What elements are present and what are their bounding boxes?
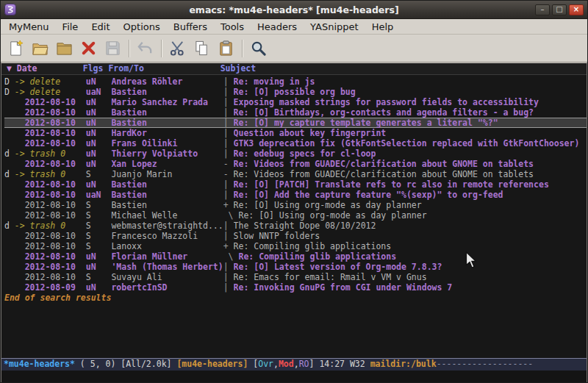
from-cell: robertcInSD xyxy=(111,282,223,293)
mark-char xyxy=(4,262,15,272)
modeline-segment: , xyxy=(294,359,299,371)
date-cell: 2012-08-10 xyxy=(15,128,86,138)
copy-button[interactable] xyxy=(190,37,214,60)
modeline-position: ( 5, 0) xyxy=(75,359,121,371)
menu-item[interactable]: MyMenu xyxy=(2,20,56,34)
maximize-button[interactable]: □ xyxy=(552,4,567,15)
date-cell: -> trash 0 xyxy=(15,148,86,159)
echo-area[interactable] xyxy=(1,371,587,382)
cut-button[interactable] xyxy=(165,37,190,60)
column-header-date[interactable]: ▼ Date xyxy=(7,63,83,74)
kill-buffer-button[interactable] xyxy=(76,37,101,60)
message-row[interactable]: 2012-08-10 S Francesco Mazzoli | Slow NN… xyxy=(4,231,587,241)
menu-item[interactable]: Edit xyxy=(85,20,116,34)
date-cell: 2012-08-10 xyxy=(15,262,86,272)
message-row[interactable]: 2012-08-10 uN Xan Lopez - Re: Videos fro… xyxy=(4,159,587,169)
subject-cell: Re: [O] [PATCH] Translate refs to rc als… xyxy=(234,179,549,190)
from-cell: Lanoxx xyxy=(111,241,223,251)
message-row[interactable]: D -> delete uN Andreas Röhler | Re: movi… xyxy=(4,76,587,87)
message-row[interactable]: 2012-08-10 uN Bastien | Re: [O] Birthday… xyxy=(4,107,587,118)
toolbar xyxy=(1,35,587,62)
modeline-readonly-indicator: RO xyxy=(299,359,309,371)
undo-button[interactable] xyxy=(133,37,157,60)
message-row[interactable]: d -> trash 0 uN Thierry Volpiatto | Re: … xyxy=(4,148,587,159)
from-cell: Francesco Mazzoli xyxy=(111,231,223,241)
save-button[interactable] xyxy=(101,37,125,60)
mode-line[interactable]: *mu4e-headers* ( 5, 0) [All/2.0k] [mu4e-… xyxy=(1,358,587,371)
message-row[interactable]: 2012-08-10 uN Bastien | Re: [O] my captu… xyxy=(4,118,587,128)
modeline-segment: [ xyxy=(253,359,258,371)
date-cell: -> delete xyxy=(15,87,86,97)
open-file-icon xyxy=(32,40,49,57)
date-cell: -> delete xyxy=(15,76,86,87)
flags-cell: S xyxy=(86,231,112,241)
message-row[interactable]: 2012-08-10 uN Bastien | Re: [O] [PATCH] … xyxy=(4,179,587,190)
mark-char xyxy=(4,210,15,221)
window-title: emacs: *mu4e-headers* [mu4e-headers] xyxy=(1,4,587,15)
date-cell: 2012-08-10 xyxy=(15,179,86,190)
thread-char: \ xyxy=(223,251,239,262)
message-row[interactable]: d -> trash 0 S Juanjo Marin - Re: Videos… xyxy=(4,169,587,179)
message-row[interactable]: 2012-08-10 uN Florian Müllner \ Re: Comp… xyxy=(4,251,587,262)
from-cell: Bastien xyxy=(111,107,223,118)
paste-button[interactable] xyxy=(214,37,238,60)
message-row[interactable]: 2012-08-10 uN Frans Oilinki | GTK3 depre… xyxy=(4,138,587,148)
minimize-button[interactable]: – xyxy=(535,4,550,15)
dired-button[interactable] xyxy=(52,37,76,60)
modeline-buffer-name: *mu4e-headers* xyxy=(4,359,75,371)
message-row[interactable]: 2012-08-10 uaN Bastien | Re: [O] Add the… xyxy=(4,190,587,200)
date-cell: 2012-08-10 xyxy=(15,231,86,241)
thread-char: | xyxy=(223,107,234,118)
search-button[interactable] xyxy=(246,37,270,60)
message-list-area: D -> delete uN Andreas Röhler | Re: movi… xyxy=(1,75,587,358)
from-cell: Andreas Röhler xyxy=(111,76,223,87)
mark-char xyxy=(4,128,15,138)
flags-cell: uN xyxy=(86,97,112,107)
close-button[interactable]: × xyxy=(569,4,584,15)
menu-item[interactable]: Buffers xyxy=(167,20,214,34)
message-row[interactable]: 2012-08-10 uN 'Mash (Thomas Herbert) | R… xyxy=(4,262,587,272)
message-row[interactable]: 2012-08-10 S Bastien + Re: [O] Using org… xyxy=(4,200,587,210)
message-row[interactable]: 2012-08-09 uN robertcInSD | Re: Invoking… xyxy=(4,282,587,293)
message-row[interactable]: 2012-08-10 S Lanoxx + Re: Compiling glib… xyxy=(4,241,587,251)
flags-cell: uN xyxy=(86,118,112,128)
message-row[interactable]: 2012-08-10 S Michael Welle \ Re: [O] Usi… xyxy=(4,210,587,221)
from-cell: Suvayu Ali xyxy=(111,272,223,282)
message-row[interactable]: D -> delete uaN Bastien | Re: [O] possib… xyxy=(4,87,587,97)
menu-item[interactable]: Headers xyxy=(251,20,304,34)
menu-item[interactable]: Options xyxy=(117,20,167,34)
thread-char: | xyxy=(223,87,234,97)
column-header-subject[interactable]: Subject xyxy=(220,63,256,74)
menu-item[interactable]: File xyxy=(56,20,85,34)
window-controls: –□× xyxy=(533,4,584,15)
menu-item[interactable]: Tools xyxy=(214,20,251,34)
subject-cell: Re: [O] possible org bug xyxy=(234,87,356,97)
flags-cell: uN xyxy=(86,148,112,159)
thread-char: | xyxy=(223,179,234,190)
mark-char: d xyxy=(4,221,15,231)
thread-char: | xyxy=(223,128,234,138)
subject-cell: Exposing masked strings for password fie… xyxy=(234,97,539,107)
modeline-dashes: ------------------- xyxy=(437,359,534,371)
mark-char xyxy=(4,190,15,200)
menu-item[interactable]: Help xyxy=(365,20,401,34)
subject-cell: Re: Compiling glib applications xyxy=(234,241,392,251)
flags-cell: S xyxy=(86,241,112,251)
subject-cell: Re: [O] Birthdays, org-contacts and agen… xyxy=(234,107,534,118)
thread-char: - xyxy=(223,159,234,169)
mark-char xyxy=(4,231,15,241)
flags-cell: uN xyxy=(86,262,112,272)
message-row[interactable]: 2012-08-10 S Suvayu Ali | Re: Emacs for … xyxy=(4,272,587,282)
column-header-from[interactable]: From/To xyxy=(108,63,220,74)
message-row[interactable]: 2012-08-10 uN HardKor | Question about k… xyxy=(4,128,587,138)
new-file-button[interactable] xyxy=(4,37,28,60)
flags-cell: S xyxy=(86,210,112,221)
message-row[interactable]: d -> trash 0 S webmaster@straightd... | … xyxy=(4,221,587,231)
open-file-button[interactable] xyxy=(28,37,52,60)
from-cell: Thierry Volpiatto xyxy=(111,148,223,159)
column-header-flags[interactable]: Flgs xyxy=(83,63,109,74)
message-row[interactable]: 2012-08-10 uN Mario Sanchez Prada | Expo… xyxy=(4,97,587,107)
mark-char: D xyxy=(4,76,15,87)
titlebar[interactable]: emacs: *mu4e-headers* [mu4e-headers] –□× xyxy=(1,1,587,19)
menu-item[interactable]: YASnippet xyxy=(304,20,365,34)
